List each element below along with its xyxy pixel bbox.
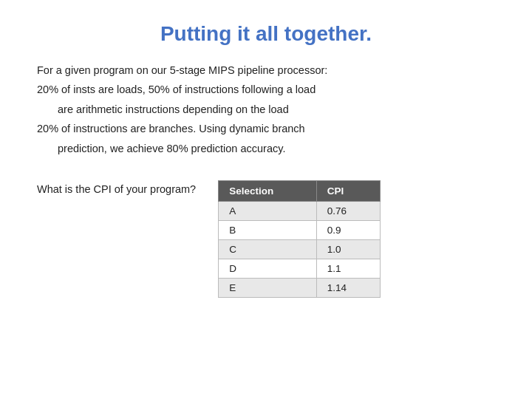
- col-header-selection: Selection: [219, 181, 317, 202]
- table-cell-cpi: 0.76: [316, 202, 380, 221]
- question-row: What is the CPI of your program? Selecti…: [37, 180, 495, 298]
- paragraph-3b: prediction, we achieve 80% prediction ac…: [37, 140, 495, 157]
- table-row: C1.0: [219, 240, 381, 259]
- slide-title: Putting it all together.: [37, 22, 495, 46]
- table-row: A0.76: [219, 202, 381, 221]
- table-cell-cpi: 1.14: [316, 279, 380, 298]
- table-header-row: Selection CPI: [219, 181, 381, 202]
- table-cell-cpi: 1.1: [316, 259, 380, 279]
- table-cell-selection: D: [219, 259, 317, 279]
- table-cell-selection: C: [219, 240, 317, 259]
- table-cell-selection: B: [219, 221, 317, 240]
- table-row: D1.1: [219, 259, 381, 279]
- paragraph-2b: are arithmetic instructions depending on…: [37, 101, 495, 117]
- table-row: E1.14: [219, 279, 381, 298]
- table-cell-selection: A: [219, 202, 317, 221]
- col-header-cpi: CPI: [316, 181, 380, 202]
- table-cell-selection: E: [219, 279, 317, 298]
- table-cell-cpi: 0.9: [316, 221, 380, 240]
- slide-container: Putting it all together. For a given pro…: [0, 0, 532, 399]
- paragraph-1: For a given program on our 5-stage MIPS …: [37, 62, 495, 78]
- table-row: B0.9: [219, 221, 381, 240]
- paragraph-2: 20% of insts are loads, 50% of instructi…: [37, 81, 495, 98]
- question-text: What is the CPI of your program?: [37, 180, 196, 195]
- cpi-table: Selection CPI A0.76B0.9C1.0D1.1E1.14: [218, 180, 381, 298]
- table-cell-cpi: 1.0: [316, 240, 380, 259]
- paragraph-3: 20% of instructions are branches. Using …: [37, 120, 495, 137]
